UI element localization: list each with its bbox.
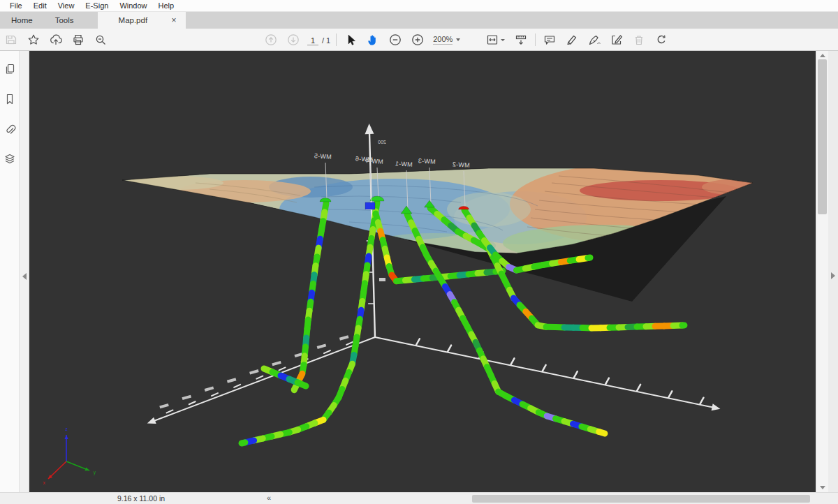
delete-button[interactable] (631, 31, 647, 48)
page-total-label: / 1 (322, 36, 330, 45)
tab-bar: Home Tools Map.pdf × (0, 12, 838, 29)
chevron-down-icon (501, 39, 505, 41)
edit-pdf-icon (612, 36, 622, 44)
hand-icon (369, 35, 376, 45)
pdf-3d-scene[interactable]: 200MW-5MW-4MW-6MW-1MW-3MW-2zxy (29, 51, 816, 492)
comment-icon (545, 36, 554, 44)
toolbar-separator (336, 34, 337, 46)
highlighter-icon (568, 36, 576, 45)
comment-button[interactable] (541, 31, 558, 48)
bookmark-icon (7, 95, 12, 104)
zoom-out-icon (390, 35, 400, 45)
well-label: MW-6 (355, 155, 373, 163)
cursor-icon (348, 35, 355, 45)
edit-pdf-button[interactable] (608, 31, 625, 48)
select-tool-button[interactable] (342, 31, 359, 48)
previous-page-button[interactable] (263, 31, 279, 48)
document-title: Map.pdf (119, 16, 148, 24)
star-icon (29, 35, 38, 44)
wellhead-cube (365, 202, 375, 209)
well-label: MW-5 (314, 152, 332, 160)
chevron-down-icon (456, 38, 460, 41)
highlight-button[interactable] (564, 31, 580, 48)
zoom-in-icon (413, 35, 422, 45)
layers-icon (6, 155, 14, 163)
page-fit-button[interactable] (483, 31, 507, 48)
menu-file[interactable]: File (4, 1, 28, 10)
next-page-button[interactable] (285, 31, 302, 48)
sidebar-item-layers[interactable] (1, 151, 18, 168)
share-upload-button[interactable] (47, 31, 64, 48)
toolbar-separator (535, 34, 536, 46)
tab-tools[interactable]: Tools (44, 12, 85, 29)
menu-window[interactable]: Window (114, 1, 152, 10)
close-icon[interactable]: × (170, 15, 179, 25)
page-up-icon (266, 35, 276, 45)
zoom-level-value: 200% (433, 35, 453, 45)
search-icon (96, 36, 105, 44)
print-icon (74, 36, 82, 45)
status-bar: 9.16 x 11.00 in « (0, 492, 838, 504)
zoom-in-button[interactable] (409, 31, 426, 48)
orientation-triad: zxy (43, 427, 96, 485)
collapse-left-pane-icon[interactable] (22, 273, 27, 280)
fit-width-icon (488, 36, 497, 44)
left-sidebar (0, 51, 20, 492)
horizontal-scrollbar-thumb[interactable] (472, 495, 810, 503)
triad-axis-label: x (43, 480, 46, 485)
triad-axis-label: z (65, 427, 67, 431)
hand-tool-button[interactable] (365, 31, 381, 48)
menu-edit[interactable]: Edit (28, 1, 52, 10)
print-button[interactable] (70, 31, 87, 48)
save-button[interactable] (3, 31, 20, 48)
right-pane-strip[interactable] (828, 51, 838, 492)
rotate-icon (658, 36, 665, 43)
scroll-down-icon[interactable] (820, 486, 825, 489)
vertical-scrollbar-thumb[interactable] (818, 59, 827, 214)
well-label: MW-3 (418, 157, 436, 165)
tab-document[interactable]: Map.pdf × (98, 12, 186, 29)
fill-sign-button[interactable] (586, 31, 603, 48)
rotate-button[interactable] (653, 31, 670, 48)
save-icon (7, 36, 16, 44)
zoom-level-dropdown[interactable]: 200% (432, 34, 462, 46)
sidebar-collapse-strip[interactable] (20, 51, 29, 492)
page-thumbnails-icon (6, 65, 13, 74)
sidebar-item-attachments[interactable] (1, 121, 18, 138)
vertical-scrollbar[interactable] (816, 51, 828, 492)
menu-esign[interactable]: E-Sign (80, 1, 114, 10)
measure-tool-button[interactable] (513, 31, 529, 48)
expand-right-pane-icon[interactable] (831, 272, 835, 279)
sidebar-item-bookmarks[interactable] (1, 91, 18, 108)
scroll-up-icon[interactable] (820, 54, 825, 57)
zoom-out-button[interactable] (387, 31, 404, 48)
tab-home[interactable]: Home (0, 12, 44, 29)
trash-icon (635, 36, 642, 45)
statusbar-collapse-button[interactable]: « (267, 494, 271, 502)
page-down-icon (288, 35, 298, 45)
menu-view[interactable]: View (52, 1, 80, 10)
search-button[interactable] (92, 31, 109, 48)
well-label: MW-1 (395, 160, 413, 168)
menu-help[interactable]: Help (153, 1, 180, 10)
star-button[interactable] (25, 31, 42, 48)
page-size-label: 9.16 x 11.00 in (117, 494, 165, 503)
menu-bar: File Edit View E-Sign Window Help (0, 0, 838, 12)
triad-axis-label: y (94, 470, 96, 475)
page-number-input[interactable]: 1 (307, 35, 318, 45)
fill-sign-pen-icon (590, 36, 601, 45)
measure-icon (517, 36, 526, 45)
paperclip-icon (6, 125, 15, 133)
well-label: MW-2 (452, 161, 470, 168)
share-upload-icon (51, 35, 61, 44)
main-toolbar: 1 / 1 200% (0, 29, 838, 51)
svg-text:200: 200 (378, 140, 386, 144)
sidebar-item-page-thumbnails[interactable] (1, 61, 18, 77)
